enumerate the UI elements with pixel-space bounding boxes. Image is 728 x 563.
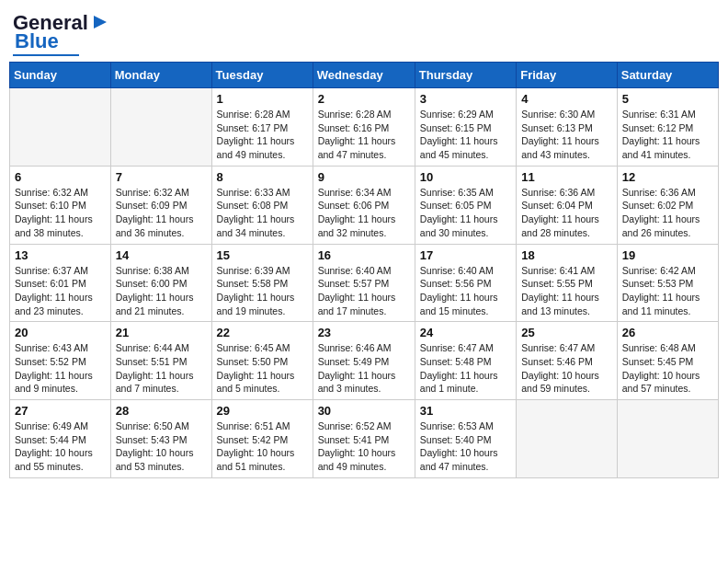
calendar-cell xyxy=(517,400,618,478)
cell-content: Sunrise: 6:46 AMSunset: 5:49 PMDaylight:… xyxy=(318,341,410,396)
day-number: 24 xyxy=(420,326,511,339)
calendar-cell: 6Sunrise: 6:32 AMSunset: 6:10 PMDaylight… xyxy=(10,166,111,244)
calendar-week-2: 6Sunrise: 6:32 AMSunset: 6:10 PMDaylight… xyxy=(10,166,719,244)
day-number: 29 xyxy=(217,404,308,418)
logo-blue: Blue xyxy=(15,29,59,53)
cell-content: Sunrise: 6:31 AMSunset: 6:12 PMDaylight:… xyxy=(622,108,713,162)
cell-content: Sunrise: 6:39 AMSunset: 5:58 PMDaylight:… xyxy=(217,264,308,318)
day-number: 2 xyxy=(318,92,410,106)
logo: General Blue xyxy=(13,13,110,56)
calendar-cell: 11Sunrise: 6:36 AMSunset: 6:04 PMDayligh… xyxy=(517,166,618,244)
calendar: SundayMondayTuesdayWednesdayThursdayFrid… xyxy=(9,62,719,478)
cell-content: Sunrise: 6:35 AMSunset: 6:05 PMDaylight:… xyxy=(420,186,511,240)
calendar-cell: 28Sunrise: 6:50 AMSunset: 5:43 PMDayligh… xyxy=(110,400,211,478)
calendar-cell: 20Sunrise: 6:43 AMSunset: 5:52 PMDayligh… xyxy=(10,322,111,400)
day-number: 7 xyxy=(116,170,207,184)
cell-content: Sunrise: 6:48 AMSunset: 5:45 PMDaylight:… xyxy=(622,341,713,396)
calendar-cell: 16Sunrise: 6:40 AMSunset: 5:57 PMDayligh… xyxy=(313,244,415,322)
calendar-week-5: 27Sunrise: 6:49 AMSunset: 5:44 PMDayligh… xyxy=(10,400,719,478)
calendar-cell: 24Sunrise: 6:47 AMSunset: 5:48 PMDayligh… xyxy=(415,322,516,400)
col-header-monday: Monday xyxy=(110,63,211,88)
cell-content: Sunrise: 6:33 AMSunset: 6:08 PMDaylight:… xyxy=(217,186,308,240)
cell-content: Sunrise: 6:28 AMSunset: 6:17 PMDaylight:… xyxy=(217,108,308,162)
day-number: 17 xyxy=(420,248,511,262)
cell-content: Sunrise: 6:41 AMSunset: 5:55 PMDaylight:… xyxy=(521,264,612,318)
calendar-cell: 13Sunrise: 6:37 AMSunset: 6:01 PMDayligh… xyxy=(10,244,111,322)
calendar-cell: 8Sunrise: 6:33 AMSunset: 6:08 PMDaylight… xyxy=(211,166,313,244)
calendar-cell: 7Sunrise: 6:32 AMSunset: 6:09 PMDaylight… xyxy=(110,166,211,244)
cell-content: Sunrise: 6:32 AMSunset: 6:10 PMDaylight:… xyxy=(15,186,106,240)
cell-content: Sunrise: 6:28 AMSunset: 6:16 PMDaylight:… xyxy=(318,108,410,162)
cell-content: Sunrise: 6:34 AMSunset: 6:06 PMDaylight:… xyxy=(318,186,410,240)
cell-content: Sunrise: 6:43 AMSunset: 5:52 PMDaylight:… xyxy=(15,341,106,396)
cell-content: Sunrise: 6:30 AMSunset: 6:13 PMDaylight:… xyxy=(521,108,612,162)
calendar-cell: 12Sunrise: 6:36 AMSunset: 6:02 PMDayligh… xyxy=(617,166,718,244)
day-number: 22 xyxy=(217,326,308,339)
calendar-cell xyxy=(110,88,211,167)
cell-content: Sunrise: 6:47 AMSunset: 5:46 PMDaylight:… xyxy=(521,341,612,396)
calendar-cell: 25Sunrise: 6:47 AMSunset: 5:46 PMDayligh… xyxy=(517,322,618,400)
day-number: 6 xyxy=(15,170,106,184)
page-header: General Blue xyxy=(9,9,719,56)
day-number: 31 xyxy=(420,404,511,418)
day-number: 3 xyxy=(420,92,511,106)
calendar-cell: 15Sunrise: 6:39 AMSunset: 5:58 PMDayligh… xyxy=(211,244,313,322)
col-header-wednesday: Wednesday xyxy=(313,63,415,88)
cell-content: Sunrise: 6:50 AMSunset: 5:43 PMDaylight:… xyxy=(116,419,207,474)
day-number: 26 xyxy=(622,326,713,339)
calendar-cell xyxy=(617,400,718,478)
svg-marker-0 xyxy=(94,16,107,29)
calendar-cell: 1Sunrise: 6:28 AMSunset: 6:17 PMDaylight… xyxy=(211,88,313,167)
calendar-cell: 5Sunrise: 6:31 AMSunset: 6:12 PMDaylight… xyxy=(617,88,718,167)
calendar-cell: 4Sunrise: 6:30 AMSunset: 6:13 PMDaylight… xyxy=(517,88,618,167)
day-number: 4 xyxy=(521,92,612,106)
cell-content: Sunrise: 6:45 AMSunset: 5:50 PMDaylight:… xyxy=(217,341,308,396)
col-header-thursday: Thursday xyxy=(415,63,516,88)
logo-icon xyxy=(90,12,110,32)
calendar-cell: 21Sunrise: 6:44 AMSunset: 5:51 PMDayligh… xyxy=(110,322,211,400)
day-number: 30 xyxy=(318,404,410,418)
day-number: 9 xyxy=(318,170,410,184)
calendar-cell: 18Sunrise: 6:41 AMSunset: 5:55 PMDayligh… xyxy=(517,244,618,322)
day-number: 12 xyxy=(622,170,713,184)
col-header-tuesday: Tuesday xyxy=(211,63,313,88)
calendar-cell: 3Sunrise: 6:29 AMSunset: 6:15 PMDaylight… xyxy=(415,88,516,167)
cell-content: Sunrise: 6:37 AMSunset: 6:01 PMDaylight:… xyxy=(15,264,106,318)
cell-content: Sunrise: 6:29 AMSunset: 6:15 PMDaylight:… xyxy=(420,108,511,162)
calendar-cell xyxy=(10,88,111,167)
col-header-saturday: Saturday xyxy=(617,63,718,88)
day-number: 18 xyxy=(521,248,612,262)
calendar-header-row: SundayMondayTuesdayWednesdayThursdayFrid… xyxy=(10,63,719,88)
calendar-cell: 19Sunrise: 6:42 AMSunset: 5:53 PMDayligh… xyxy=(617,244,718,322)
calendar-cell: 29Sunrise: 6:51 AMSunset: 5:42 PMDayligh… xyxy=(211,400,313,478)
day-number: 28 xyxy=(116,404,207,418)
day-number: 5 xyxy=(622,92,713,106)
logo-underline xyxy=(13,54,79,56)
cell-content: Sunrise: 6:42 AMSunset: 5:53 PMDaylight:… xyxy=(622,264,713,318)
calendar-cell: 26Sunrise: 6:48 AMSunset: 5:45 PMDayligh… xyxy=(617,322,718,400)
cell-content: Sunrise: 6:38 AMSunset: 6:00 PMDaylight:… xyxy=(116,264,207,318)
cell-content: Sunrise: 6:52 AMSunset: 5:41 PMDaylight:… xyxy=(318,419,410,474)
calendar-cell: 30Sunrise: 6:52 AMSunset: 5:41 PMDayligh… xyxy=(313,400,415,478)
day-number: 11 xyxy=(521,170,612,184)
day-number: 21 xyxy=(116,326,207,339)
cell-content: Sunrise: 6:47 AMSunset: 5:48 PMDaylight:… xyxy=(420,341,511,396)
calendar-week-4: 20Sunrise: 6:43 AMSunset: 5:52 PMDayligh… xyxy=(10,322,719,400)
calendar-cell: 31Sunrise: 6:53 AMSunset: 5:40 PMDayligh… xyxy=(415,400,516,478)
day-number: 19 xyxy=(622,248,713,262)
calendar-cell: 17Sunrise: 6:40 AMSunset: 5:56 PMDayligh… xyxy=(415,244,516,322)
day-number: 1 xyxy=(217,92,308,106)
cell-content: Sunrise: 6:36 AMSunset: 6:04 PMDaylight:… xyxy=(521,186,612,240)
day-number: 15 xyxy=(217,248,308,262)
day-number: 20 xyxy=(15,326,106,339)
cell-content: Sunrise: 6:36 AMSunset: 6:02 PMDaylight:… xyxy=(622,186,713,240)
cell-content: Sunrise: 6:49 AMSunset: 5:44 PMDaylight:… xyxy=(15,419,106,474)
day-number: 14 xyxy=(116,248,207,262)
col-header-sunday: Sunday xyxy=(10,63,111,88)
calendar-week-3: 13Sunrise: 6:37 AMSunset: 6:01 PMDayligh… xyxy=(10,244,719,322)
day-number: 10 xyxy=(420,170,511,184)
cell-content: Sunrise: 6:40 AMSunset: 5:56 PMDaylight:… xyxy=(420,264,511,318)
calendar-cell: 23Sunrise: 6:46 AMSunset: 5:49 PMDayligh… xyxy=(313,322,415,400)
cell-content: Sunrise: 6:32 AMSunset: 6:09 PMDaylight:… xyxy=(116,186,207,240)
col-header-friday: Friday xyxy=(517,63,618,88)
